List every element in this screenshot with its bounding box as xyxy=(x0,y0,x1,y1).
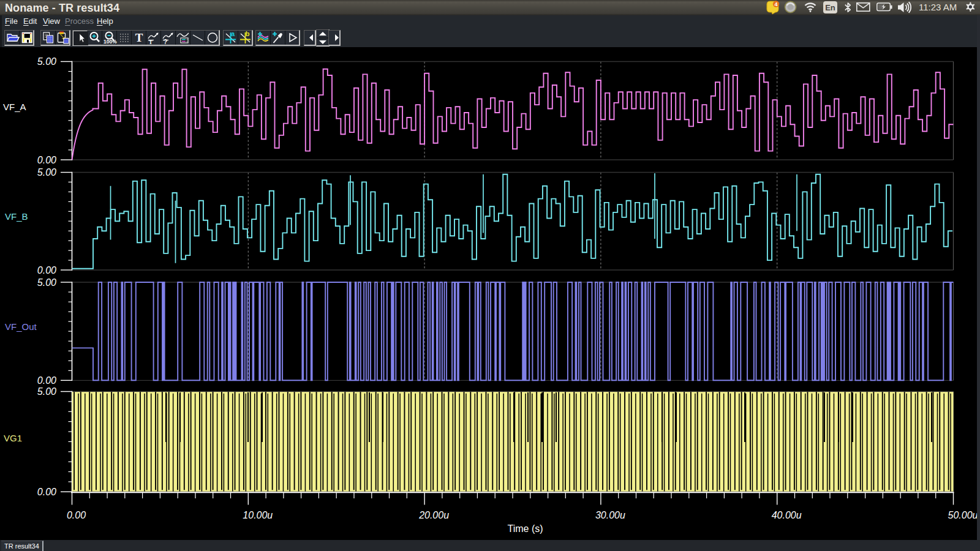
svg-text:5.00: 5.00 xyxy=(37,386,56,397)
svg-text:0.00: 0.00 xyxy=(37,375,56,386)
svg-text:5.00: 5.00 xyxy=(37,277,56,288)
svg-text:4: 4 xyxy=(774,1,777,7)
svg-text:VG1: VG1 xyxy=(4,433,22,443)
svg-text:40.00u: 40.00u xyxy=(772,510,802,520)
svg-text:b: b xyxy=(246,31,250,37)
svg-text:5.00: 5.00 xyxy=(37,167,56,178)
svg-text:a: a xyxy=(231,31,235,37)
svg-text:50.00u: 50.00u xyxy=(948,510,978,520)
svg-text:0.00: 0.00 xyxy=(37,265,56,276)
svg-text:0.00: 0.00 xyxy=(37,155,56,165)
svg-text:20.00u: 20.00u xyxy=(418,510,449,520)
svg-text:5.00: 5.00 xyxy=(37,56,56,67)
svg-text:Time (s): Time (s) xyxy=(507,523,543,534)
svg-text:0.00: 0.00 xyxy=(37,487,56,497)
svg-text:T: T xyxy=(135,31,143,44)
svg-text:T: T xyxy=(149,39,153,45)
svg-text:VF_Out: VF_Out xyxy=(5,321,37,332)
svg-text:VF_B: VF_B xyxy=(5,211,28,222)
svg-text:?: ? xyxy=(164,39,167,45)
svg-text:VF_A: VF_A xyxy=(3,102,26,112)
svg-text:30.00u: 30.00u xyxy=(595,510,625,520)
svg-text:0.00: 0.00 xyxy=(67,510,86,520)
svg-text:10.00u: 10.00u xyxy=(243,510,273,520)
svg-text:En: En xyxy=(825,3,835,12)
svg-text:100%: 100% xyxy=(104,39,117,45)
